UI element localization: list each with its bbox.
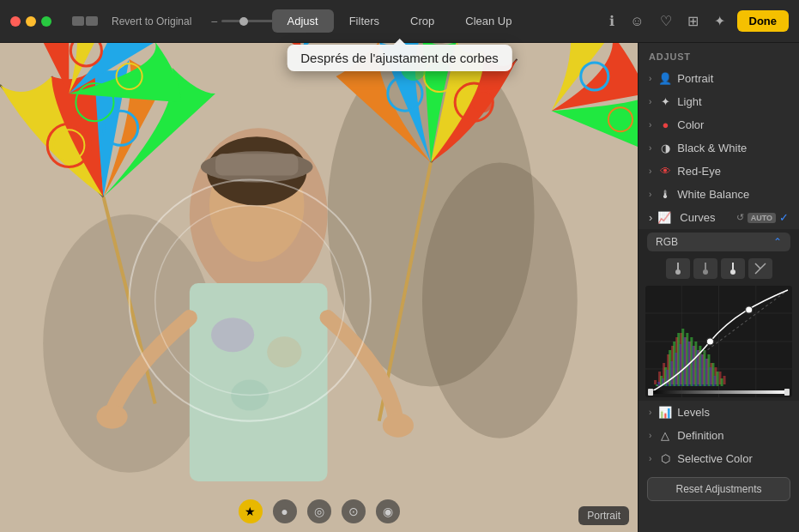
reset-curve-btn[interactable] bbox=[748, 258, 772, 279]
adjust-item-color[interactable]: › ● Color bbox=[639, 113, 799, 136]
curves-graph bbox=[645, 286, 792, 397]
svg-line-42 bbox=[755, 263, 760, 269]
tool-circle4[interactable]: ◉ bbox=[376, 499, 400, 523]
svg-rect-96 bbox=[705, 359, 707, 386]
svg-point-23 bbox=[472, 92, 493, 112]
svg-rect-102 bbox=[650, 390, 788, 394]
maximize-button[interactable] bbox=[41, 16, 51, 27]
chevron-color-icon: › bbox=[649, 120, 651, 130]
curves-graph-icon: 📈 bbox=[657, 211, 671, 224]
curves-revert-icon[interactable]: ↺ bbox=[736, 212, 744, 223]
crop-icon-button[interactable]: ⊞ bbox=[684, 9, 702, 33]
rgb-dropdown[interactable]: RGB ⌃ bbox=[647, 233, 790, 251]
adjust-item-redeye[interactable]: › 👁 Red-Eye bbox=[639, 160, 799, 183]
right-panel: ADJUST › 👤 Portrait › ✦ Light › ● Color … bbox=[638, 43, 799, 532]
svg-rect-38 bbox=[705, 263, 706, 269]
definition-icon: △ bbox=[658, 429, 672, 442]
color-label: Color bbox=[677, 118, 789, 131]
svg-rect-104 bbox=[784, 389, 790, 396]
svg-rect-68 bbox=[723, 376, 726, 384]
curves-header[interactable]: › 📈 Curves ↺ AUTO ✓ bbox=[639, 206, 799, 229]
tab-crop[interactable]: Crop bbox=[395, 9, 450, 33]
rgb-dropdown-arrow: ⌃ bbox=[773, 236, 782, 248]
definition-label: Definition bbox=[677, 429, 789, 442]
svg-rect-93 bbox=[692, 346, 694, 386]
svg-rect-40 bbox=[732, 263, 734, 269]
wb-label: White Balance bbox=[677, 188, 789, 201]
tab-cleanup[interactable]: Clean Up bbox=[450, 9, 527, 33]
chevron-curves-icon: › bbox=[649, 211, 652, 224]
rgb-select-wrapper: RGB ⌃ bbox=[639, 229, 799, 255]
info-button[interactable]: ℹ bbox=[606, 9, 618, 33]
chevron-wb-icon: › bbox=[649, 190, 651, 199]
tab-adjust[interactable]: Adjust bbox=[272, 9, 334, 33]
nav-tabs: Adjust Filters Crop Clean Up bbox=[272, 9, 528, 33]
traffic-lights bbox=[10, 16, 51, 27]
light-icon: ✦ bbox=[658, 95, 672, 108]
adjust-item-levels[interactable]: › 📊 Levels bbox=[639, 401, 799, 424]
curves-controls: ↺ AUTO ✓ bbox=[736, 211, 789, 224]
svg-rect-87 bbox=[666, 370, 669, 386]
eyedropper-black-btn[interactable] bbox=[666, 258, 690, 279]
adjust-item-selective-color[interactable]: › ⬡ Selective Color bbox=[639, 447, 799, 470]
tool-circle1[interactable]: ● bbox=[273, 499, 297, 523]
svg-point-41 bbox=[730, 269, 735, 275]
svg-point-100 bbox=[706, 338, 713, 345]
window-mode-icon bbox=[72, 16, 98, 26]
tool-circle2[interactable]: ◎ bbox=[307, 499, 331, 523]
share-button[interactable]: ☺ bbox=[626, 10, 647, 33]
titlebar: Revert to Original − + Adjust Filters Cr… bbox=[0, 0, 799, 43]
svg-point-32 bbox=[383, 414, 414, 438]
svg-rect-103 bbox=[648, 389, 653, 396]
adjust-item-light[interactable]: › ✦ Light bbox=[639, 90, 799, 113]
revert-button[interactable]: Revert to Original bbox=[105, 13, 198, 30]
svg-rect-97 bbox=[709, 367, 711, 386]
curves-section: › 📈 Curves ↺ AUTO ✓ RGB ⌃ bbox=[639, 206, 799, 401]
chevron-light-icon: › bbox=[649, 97, 651, 106]
wb-icon: 🌡 bbox=[658, 188, 672, 201]
levels-icon: 📊 bbox=[658, 406, 672, 419]
close-button[interactable] bbox=[10, 16, 21, 27]
portrait-badge[interactable]: Portrait bbox=[578, 506, 629, 525]
eyedropper-gray-btn[interactable] bbox=[693, 258, 717, 279]
svg-rect-36 bbox=[677, 263, 679, 269]
tool-circle3[interactable]: ⊙ bbox=[342, 499, 366, 523]
adjust-item-portrait[interactable]: › 👤 Portrait bbox=[639, 67, 799, 90]
titlebar-right: ℹ ☺ ♡ ⊞ ✦ Done bbox=[606, 9, 789, 33]
svg-point-24 bbox=[401, 55, 427, 81]
tab-filters[interactable]: Filters bbox=[334, 9, 395, 33]
svg-line-44 bbox=[755, 269, 760, 274]
tool-star[interactable]: ★ bbox=[239, 499, 263, 523]
svg-point-31 bbox=[96, 405, 127, 429]
reset-adjustments-button[interactable]: Reset Adjustments bbox=[647, 477, 790, 501]
selective-color-label: Selective Color bbox=[677, 452, 789, 465]
svg-rect-83 bbox=[716, 372, 718, 386]
auto-check-icon[interactable]: ✓ bbox=[779, 211, 789, 224]
photo-area: ★ ● ◎ ⊙ ◉ Portrait bbox=[0, 43, 638, 532]
svg-rect-52 bbox=[654, 380, 657, 384]
adjustments-button[interactable]: ✦ bbox=[711, 9, 729, 33]
minimize-button[interactable] bbox=[26, 16, 36, 27]
svg-point-37 bbox=[675, 269, 681, 275]
svg-rect-98 bbox=[713, 376, 716, 386]
svg-rect-90 bbox=[679, 344, 681, 386]
adjust-item-definition[interactable]: › △ Definition bbox=[639, 424, 799, 447]
eyedropper-white-btn[interactable] bbox=[721, 258, 745, 279]
svg-point-2 bbox=[422, 162, 578, 438]
auto-badge: AUTO bbox=[748, 213, 776, 223]
curves-tools bbox=[639, 255, 799, 282]
svg-rect-84 bbox=[721, 378, 723, 386]
titlebar-left: Revert to Original − + bbox=[10, 13, 292, 30]
chevron-definition-icon: › bbox=[649, 431, 651, 440]
svg-rect-89 bbox=[675, 353, 677, 386]
adjust-item-bw[interactable]: › ◑ Black & White bbox=[639, 136, 799, 160]
levels-label: Levels bbox=[677, 406, 789, 419]
svg-rect-95 bbox=[700, 354, 703, 386]
heart-button[interactable]: ♡ bbox=[657, 9, 675, 33]
bw-label: Black & White bbox=[677, 142, 789, 154]
done-button[interactable]: Done bbox=[737, 10, 790, 32]
chevron-portrait-icon: › bbox=[649, 74, 651, 83]
svg-rect-12 bbox=[215, 154, 298, 175]
portrait-icon: 👤 bbox=[658, 72, 672, 85]
adjust-item-whitebalance[interactable]: › 🌡 White Balance bbox=[639, 183, 799, 206]
